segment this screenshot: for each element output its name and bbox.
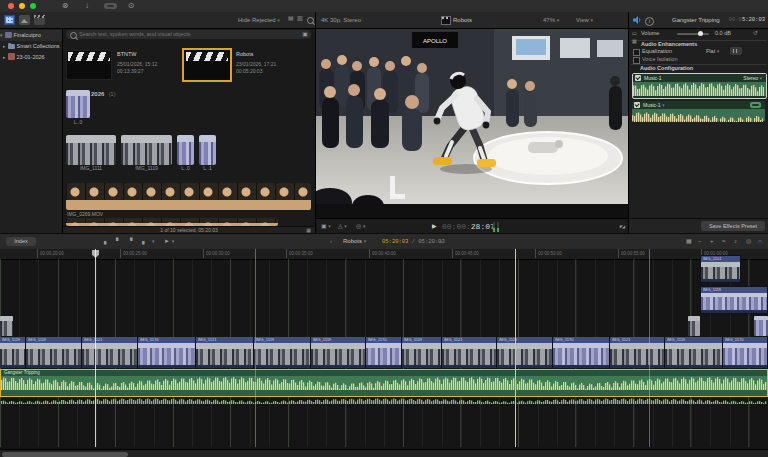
play-button[interactable]: ▶: [432, 219, 437, 234]
search-icon[interactable]: [307, 17, 314, 24]
divider[interactable]: [628, 12, 629, 233]
index-button[interactable]: Index: [6, 237, 36, 246]
channel-1-checkbox[interactable]: [635, 75, 641, 81]
connected-clip-IMG_1101[interactable]: IMG_1101: [700, 255, 741, 283]
zoom-button[interactable]: [30, 3, 36, 9]
filmstrip-view-icon[interactable]: ▤: [288, 11, 294, 26]
connected-clip-fragment[interactable]: [754, 316, 768, 336]
clip-item[interactable]: IMG_1119: [121, 135, 172, 173]
titles-generators-tab[interactable]: [34, 15, 45, 25]
transform-tool-dropdown[interactable]: ▣ ▾: [321, 219, 331, 234]
playhead-line[interactable]: [95, 249, 96, 447]
extensions-icon[interactable]: ⊙: [126, 1, 136, 11]
solo-icon[interactable]: ◎: [746, 234, 751, 249]
volume-slider[interactable]: [677, 33, 709, 35]
channel-2-checkbox[interactable]: [634, 102, 640, 108]
timeline-back-icon[interactable]: ‹: [330, 234, 332, 249]
timeline-clip-IMG_1119[interactable]: IMG_1119: [402, 337, 442, 368]
connected-clip-fragment[interactable]: [688, 316, 700, 336]
viewer-view-dropdown[interactable]: View ▾: [576, 12, 593, 28]
clip-item[interactable]: L..0: [177, 135, 194, 173]
clip-thumbnail[interactable]: [177, 135, 194, 165]
divider[interactable]: [315, 12, 316, 233]
timeline-clip-IMG_1121[interactable]: IMG_1121: [82, 337, 138, 368]
clip-thumbnail[interactable]: [199, 135, 216, 165]
audio-skimming-icon[interactable]: ♪: [734, 234, 737, 249]
channel-1-mode-dropdown[interactable]: Stereo ▾: [743, 74, 762, 82]
append-edit-icon[interactable]: ▝: [128, 234, 133, 249]
clip-thumbnail[interactable]: [66, 135, 116, 165]
volume-slider-knob[interactable]: [698, 31, 703, 36]
timeline-clip-IMG_1121[interactable]: IMG_1121: [610, 337, 665, 368]
channel-strip-2[interactable]: Music-1 ▾: [632, 101, 765, 122]
filmstrip-img-0269[interactable]: [66, 183, 311, 210]
voice-isolation-checkbox[interactable]: [633, 57, 640, 64]
clip-thumbnail[interactable]: [121, 135, 172, 165]
timeline-project-dropdown[interactable]: Robots ▾: [343, 234, 366, 249]
clip-appearance-icon[interactable]: ▦: [686, 234, 692, 249]
timeline-clip-IMG_1119[interactable]: IMG_1119: [0, 337, 26, 368]
connected-clip-fragment[interactable]: [0, 316, 13, 336]
overwrite-edit-icon[interactable]: ▗: [140, 234, 145, 249]
timeline-clip-IMG_1170[interactable]: IMG_1170: [366, 337, 402, 368]
sidebar-item-smart-collections[interactable]: ▸Smart Collections: [0, 41, 65, 52]
scrollbar-thumb[interactable]: [2, 452, 128, 457]
timeline-clip-IMG_1119[interactable]: IMG_1119: [665, 337, 723, 368]
browser-footer-icon[interactable]: ▦: [306, 223, 311, 233]
project-thumbnail-robots[interactable]: [184, 50, 230, 80]
filter-dropdown[interactable]: Hide Rejected ▾: [238, 12, 280, 28]
timeline-clip-IMG_1119[interactable]: IMG_1119: [254, 337, 311, 368]
clip-item[interactable]: L..1: [199, 135, 216, 173]
volume-value[interactable]: 0.0 dB: [715, 30, 731, 36]
edit-mode-caret-icon[interactable]: ▾: [152, 234, 155, 249]
channel-strip-1[interactable]: Music-1 Stereo ▾: [632, 73, 767, 99]
skimming-icon[interactable]: ≈: [722, 234, 725, 249]
equalization-dropdown[interactable]: Flat ▾: [706, 48, 719, 54]
zoom-out-icon[interactable]: −: [698, 234, 702, 249]
timeline-clip-IMG_1170[interactable]: IMG_1170: [553, 337, 610, 368]
fullscreen-icon[interactable]: ◤◢: [620, 219, 624, 234]
effects-tool-dropdown[interactable]: ◎ ▾: [356, 219, 365, 234]
audio-meter-right[interactable]: [497, 222, 499, 232]
tool-selector-dropdown[interactable]: ► ▾: [164, 234, 174, 249]
sidebar-item-event[interactable]: ▸23-01-2026: [0, 52, 65, 63]
equalization-checkbox[interactable]: [633, 49, 640, 56]
timeline-clip-IMG_1170[interactable]: IMG_1170: [723, 337, 768, 368]
timeline-clip-IMG_1119[interactable]: IMG_1119: [497, 337, 553, 368]
minimize-button[interactable]: [19, 3, 25, 9]
filmstrip-continued[interactable]: [66, 218, 278, 226]
search-input[interactable]: Search text, spoken words, and visual ob…: [66, 30, 311, 39]
connect-edit-icon[interactable]: ▖: [104, 234, 109, 249]
media-sidebar-tab[interactable]: [4, 15, 15, 25]
timeline-clip-IMG_1121[interactable]: IMG_1121: [196, 337, 254, 368]
audio-inspector-icon[interactable]: [633, 16, 642, 24]
timeline-clip-IMG_1119[interactable]: IMG_1119: [26, 337, 82, 368]
background-tasks-icon[interactable]: ⊗: [60, 1, 70, 11]
close-button[interactable]: [8, 3, 14, 9]
list-view-icon[interactable]: ▥: [297, 11, 303, 26]
timeline-clip-IMG_1121[interactable]: IMG_1121: [442, 337, 497, 368]
audio-clip-gangster-tripping[interactable]: Gangster Tripping: [0, 369, 768, 397]
sidebar-item-library[interactable]: ▾Finalcutpro: [0, 30, 62, 41]
volume-reset-icon[interactable]: ↺: [753, 29, 758, 36]
timeline-scrollbar[interactable]: [0, 449, 768, 457]
save-effects-preset-button[interactable]: Save Effects Preset: [701, 221, 765, 231]
audio-meter-left[interactable]: [493, 222, 495, 232]
video-frame[interactable]: APOLLO: [316, 28, 628, 204]
import-media-icon[interactable]: ↓: [82, 1, 92, 11]
connected-clip-IMG_1119[interactable]: IMG_1119: [700, 286, 768, 314]
project-thumbnail-btntw[interactable]: [66, 50, 112, 80]
photos-audio-tab[interactable]: [19, 15, 30, 25]
clip-item[interactable]: IMG_1111: [66, 135, 116, 173]
keyword-editor-icon[interactable]: [104, 3, 117, 9]
insert-edit-icon[interactable]: ▘: [116, 234, 121, 249]
timeline-forward-icon[interactable]: ›: [440, 234, 442, 249]
snapping-icon[interactable]: ∩: [758, 234, 762, 249]
viewer-zoom-dropdown[interactable]: 47% ▾: [543, 12, 559, 28]
zoom-in-icon[interactable]: +: [710, 234, 714, 249]
search-filter-icon[interactable]: ▣: [302, 28, 308, 42]
eq-presets-button[interactable]: [730, 47, 742, 55]
timeline-clip-IMG_1170[interactable]: IMG_1170: [138, 337, 196, 368]
info-inspector-icon[interactable]: i: [645, 17, 654, 26]
timeline-clip-IMG_1119[interactable]: IMG_1119: [311, 337, 366, 368]
